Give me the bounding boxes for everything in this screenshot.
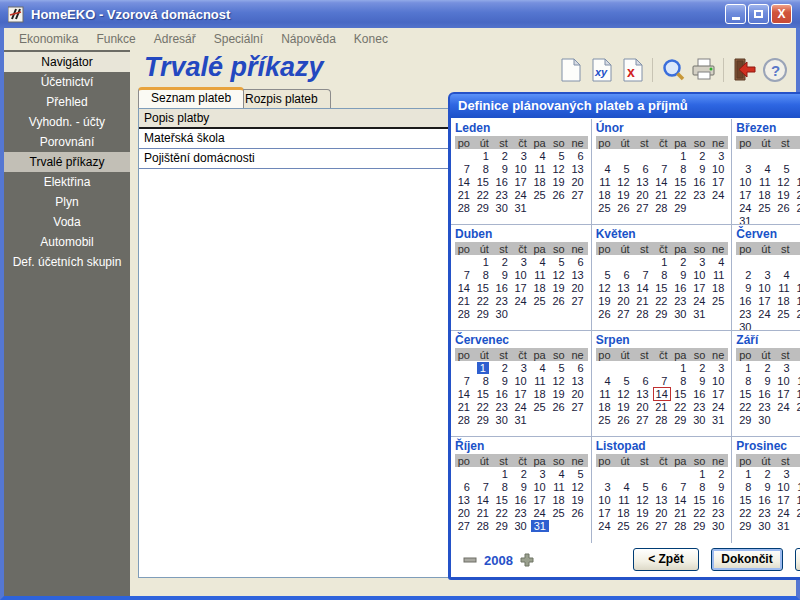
title-bar[interactable]: HomeEKO - Vzorová domácnost X [0, 0, 800, 28]
day-cell[interactable]: 29 [671, 201, 690, 214]
day-cell[interactable]: 27 [569, 188, 588, 201]
day-cell[interactable]: 15 [474, 175, 493, 188]
day-cell[interactable]: 12 [634, 493, 653, 506]
menu-item-konec[interactable]: Konec [345, 28, 397, 50]
day-cell[interactable]: 26 [615, 201, 634, 214]
day-cell[interactable]: 11 [596, 387, 615, 400]
day-cell[interactable]: 7 [671, 480, 690, 493]
day-cell[interactable]: 10 [775, 374, 794, 387]
day-cell[interactable]: 18 [615, 506, 634, 519]
day-cell[interactable]: 21 [671, 506, 690, 519]
day-cell[interactable]: 22 [653, 294, 672, 307]
menu-item-funkce[interactable]: Funkce [87, 28, 144, 50]
day-cell[interactable]: 30 [493, 413, 512, 426]
day-cell[interactable]: 11 [794, 480, 800, 493]
day-cell[interactable]: 4 [709, 255, 728, 268]
day-cell[interactable]: 7 [474, 480, 493, 493]
day-cell[interactable]: 17 [512, 387, 531, 400]
day-cell[interactable]: 19 [615, 188, 634, 201]
day-cell[interactable]: 9 [755, 480, 774, 493]
print-icon[interactable] [690, 56, 717, 83]
sidebar-item-def-etn-ch-skupin[interactable]: Def. účetních skupin [4, 252, 130, 272]
day-cell[interactable]: 19 [550, 175, 569, 188]
day-cell[interactable]: 26 [794, 307, 800, 320]
day-cell[interactable]: 2 [493, 149, 512, 162]
day-cell[interactable]: 19 [775, 188, 794, 201]
day-cell[interactable]: 15 [736, 387, 755, 400]
day-cell[interactable]: 3 [512, 149, 531, 162]
day-cell[interactable]: 24 [512, 294, 531, 307]
day-cell[interactable]: 28 [653, 201, 672, 214]
sidebar-item-plyn[interactable]: Plyn [4, 192, 130, 212]
day-cell[interactable]: 24 [512, 188, 531, 201]
day-cell[interactable]: 24 [775, 506, 794, 519]
menu-item-npovda[interactable]: Nápověda [272, 28, 345, 50]
day-cell[interactable]: 8 [474, 374, 493, 387]
day-cell[interactable]: 8 [493, 480, 512, 493]
sidebar-item-navig-tor[interactable]: Navigátor [4, 52, 130, 72]
day-cell[interactable]: 13 [653, 493, 672, 506]
day-cell[interactable]: 27 [794, 201, 800, 214]
day-cell[interactable]: 12 [550, 268, 569, 281]
day-cell[interactable]: 12 [569, 480, 588, 493]
day-cell[interactable]: 9 [736, 281, 755, 294]
day-cell[interactable]: 18 [531, 387, 550, 400]
day-cell[interactable]: 29 [474, 307, 493, 320]
day-cell[interactable]: 8 [671, 162, 690, 175]
day-cell[interactable]: 14 [653, 175, 672, 188]
day-cell[interactable]: 1 [736, 361, 755, 374]
day-cell[interactable]: 2 [493, 255, 512, 268]
day-cell[interactable]: 25 [794, 506, 800, 519]
day-cell[interactable]: 28 [671, 519, 690, 532]
day-cell[interactable]: 1 [736, 467, 755, 480]
day-cell[interactable]: 31 [736, 214, 755, 225]
day-cell[interactable]: 17 [596, 506, 615, 519]
day-cell[interactable]: 16 [690, 387, 709, 400]
day-cell[interactable]: 26 [550, 188, 569, 201]
day-cell[interactable]: 1 [474, 255, 493, 268]
day-cell[interactable]: 31 [512, 413, 531, 426]
sidebar-item-porovn-n-[interactable]: Porovnání [4, 132, 130, 152]
day-cell[interactable]: 21 [455, 400, 474, 413]
day-cell[interactable]: 27 [569, 294, 588, 307]
day-cell[interactable]: 23 [493, 294, 512, 307]
day-cell[interactable]: 8 [474, 162, 493, 175]
day-cell[interactable]: 25 [615, 519, 634, 532]
day-cell[interactable]: 5 [596, 268, 615, 281]
day-cell[interactable]: 29 [671, 413, 690, 426]
day-cell[interactable]: 10 [690, 268, 709, 281]
day-cell[interactable]: 10 [736, 175, 755, 188]
day-cell[interactable]: 29 [690, 519, 709, 532]
day-cell[interactable]: 4 [755, 162, 774, 175]
day-cell[interactable]: 13 [569, 374, 588, 387]
day-cell[interactable]: 18 [550, 493, 569, 506]
exit-icon[interactable] [730, 56, 757, 83]
help-icon[interactable]: ? [761, 56, 788, 83]
day-cell[interactable]: 21 [455, 188, 474, 201]
day-cell[interactable]: 9 [709, 480, 728, 493]
day-cell[interactable]: 18 [775, 294, 794, 307]
day-cell[interactable]: 22 [690, 506, 709, 519]
day-cell[interactable]: 30 [755, 519, 774, 532]
day-cell[interactable]: 24 [755, 307, 774, 320]
menu-item-speciln[interactable]: Speciální [205, 28, 272, 50]
day-cell[interactable]: 12 [775, 175, 794, 188]
day-cell[interactable]: 25 [531, 294, 550, 307]
day-cell[interactable]: 10 [531, 480, 550, 493]
day-cell[interactable]: 5 [550, 149, 569, 162]
dialog-title-bar[interactable]: Definice plánovaných plateb a příjmů X [450, 94, 800, 118]
day-cell[interactable]: 12 [550, 374, 569, 387]
day-cell[interactable]: 11 [550, 480, 569, 493]
day-cell[interactable]: 29 [474, 413, 493, 426]
dokon-it-button[interactable]: Dokončit [711, 548, 783, 571]
day-cell[interactable]: 20 [634, 400, 653, 413]
day-cell[interactable]: 16 [690, 175, 709, 188]
day-cell[interactable]: 21 [455, 294, 474, 307]
day-cell[interactable]: 16 [493, 175, 512, 188]
day-cell[interactable]: 4 [794, 467, 800, 480]
tab-rozpis-plateb[interactable]: Rozpis plateb [232, 89, 331, 108]
day-cell[interactable]: 23 [755, 506, 774, 519]
day-cell[interactable]: 7 [455, 374, 474, 387]
day-cell[interactable]: 3 [512, 255, 531, 268]
day-cell[interactable]: 17 [512, 281, 531, 294]
